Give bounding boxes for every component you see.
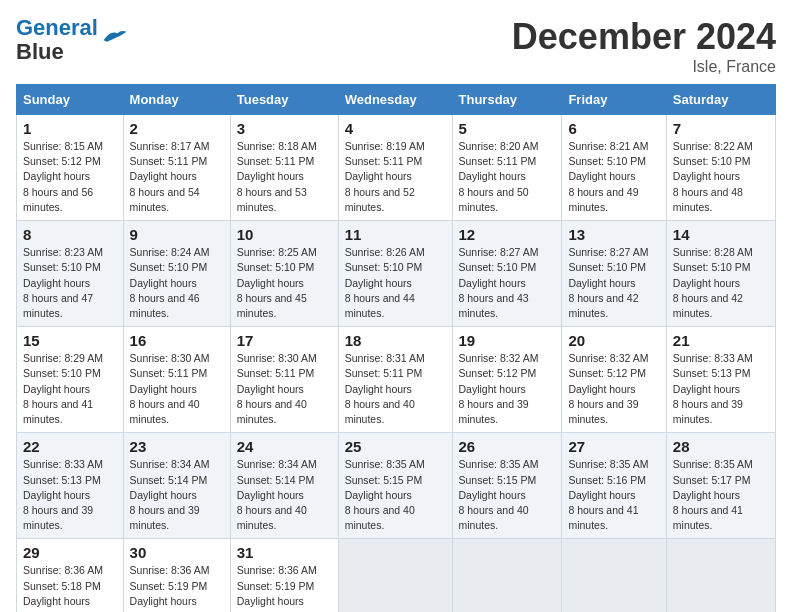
sunset-label: Sunset: bbox=[345, 155, 381, 167]
daylight-label: Daylight hours bbox=[568, 277, 635, 289]
calendar-cell: 25 Sunrise: 8:35 AM Sunset: 5:15 PM Dayl… bbox=[338, 433, 452, 539]
daylight-label: Daylight hours bbox=[568, 383, 635, 395]
sunset-label: Sunset: bbox=[130, 261, 166, 273]
day-info: Sunrise: 8:27 AM Sunset: 5:10 PM Dayligh… bbox=[568, 245, 659, 321]
sunrise-label: Sunrise: bbox=[237, 564, 276, 576]
sunrise-label: Sunrise: bbox=[130, 246, 169, 258]
day-number: 2 bbox=[130, 120, 224, 137]
daylight-duration: 8 hours and 39 minutes. bbox=[130, 504, 200, 531]
day-number: 5 bbox=[459, 120, 556, 137]
day-info: Sunrise: 8:33 AM Sunset: 5:13 PM Dayligh… bbox=[23, 457, 117, 533]
day-number: 22 bbox=[23, 438, 117, 455]
daylight-duration: 8 hours and 41 minutes. bbox=[23, 398, 93, 425]
daylight-duration: 8 hours and 40 minutes. bbox=[459, 504, 529, 531]
sunrise-label: Sunrise: bbox=[459, 140, 498, 152]
daylight-label: Daylight hours bbox=[23, 383, 90, 395]
sunset-label: Sunset: bbox=[459, 261, 495, 273]
sunrise-label: Sunrise: bbox=[673, 246, 712, 258]
sunrise-label: Sunrise: bbox=[237, 140, 276, 152]
week-row-3: 15 Sunrise: 8:29 AM Sunset: 5:10 PM Dayl… bbox=[17, 327, 776, 433]
daylight-label: Daylight hours bbox=[345, 277, 412, 289]
calendar-cell: 28 Sunrise: 8:35 AM Sunset: 5:17 PM Dayl… bbox=[666, 433, 775, 539]
day-number: 19 bbox=[459, 332, 556, 349]
sunrise-label: Sunrise: bbox=[23, 458, 62, 470]
day-number: 9 bbox=[130, 226, 224, 243]
calendar-cell: 3 Sunrise: 8:18 AM Sunset: 5:11 PM Dayli… bbox=[230, 115, 338, 221]
daylight-duration: 8 hours and 44 minutes. bbox=[345, 292, 415, 319]
daylight-duration: 8 hours and 46 minutes. bbox=[130, 292, 200, 319]
day-number: 12 bbox=[459, 226, 556, 243]
calendar-cell: 8 Sunrise: 8:23 AM Sunset: 5:10 PM Dayli… bbox=[17, 221, 124, 327]
daylight-duration: 8 hours and 40 minutes. bbox=[237, 504, 307, 531]
calendar-cell bbox=[666, 539, 775, 612]
sunrise-label: Sunrise: bbox=[130, 140, 169, 152]
calendar-cell: 23 Sunrise: 8:34 AM Sunset: 5:14 PM Dayl… bbox=[123, 433, 230, 539]
page-header: GeneralBlue December 2024 Isle, France bbox=[16, 16, 776, 76]
day-number: 18 bbox=[345, 332, 446, 349]
daylight-duration: 8 hours and 45 minutes. bbox=[237, 292, 307, 319]
column-header-wednesday: Wednesday bbox=[338, 85, 452, 115]
calendar-cell: 16 Sunrise: 8:30 AM Sunset: 5:11 PM Dayl… bbox=[123, 327, 230, 433]
day-number: 11 bbox=[345, 226, 446, 243]
daylight-label: Daylight hours bbox=[130, 383, 197, 395]
day-number: 8 bbox=[23, 226, 117, 243]
week-row-1: 1 Sunrise: 8:15 AM Sunset: 5:12 PM Dayli… bbox=[17, 115, 776, 221]
sunset-label: Sunset: bbox=[237, 261, 273, 273]
day-info: Sunrise: 8:27 AM Sunset: 5:10 PM Dayligh… bbox=[459, 245, 556, 321]
sunrise-label: Sunrise: bbox=[568, 246, 607, 258]
calendar-cell: 4 Sunrise: 8:19 AM Sunset: 5:11 PM Dayli… bbox=[338, 115, 452, 221]
sunrise-label: Sunrise: bbox=[568, 140, 607, 152]
daylight-duration: 8 hours and 40 minutes. bbox=[345, 504, 415, 531]
day-number: 17 bbox=[237, 332, 332, 349]
calendar-body: 1 Sunrise: 8:15 AM Sunset: 5:12 PM Dayli… bbox=[17, 115, 776, 613]
calendar-cell: 26 Sunrise: 8:35 AM Sunset: 5:15 PM Dayl… bbox=[452, 433, 562, 539]
day-info: Sunrise: 8:33 AM Sunset: 5:13 PM Dayligh… bbox=[673, 351, 769, 427]
sunset-label: Sunset: bbox=[345, 367, 381, 379]
sunset-label: Sunset: bbox=[345, 474, 381, 486]
sunrise-label: Sunrise: bbox=[459, 246, 498, 258]
logo-text: GeneralBlue bbox=[16, 16, 98, 64]
daylight-duration: 8 hours and 56 minutes. bbox=[23, 186, 93, 213]
day-info: Sunrise: 8:30 AM Sunset: 5:11 PM Dayligh… bbox=[130, 351, 224, 427]
calendar-cell: 6 Sunrise: 8:21 AM Sunset: 5:10 PM Dayli… bbox=[562, 115, 666, 221]
day-info: Sunrise: 8:31 AM Sunset: 5:11 PM Dayligh… bbox=[345, 351, 446, 427]
daylight-duration: 8 hours and 48 minutes. bbox=[673, 186, 743, 213]
week-row-5: 29 Sunrise: 8:36 AM Sunset: 5:18 PM Dayl… bbox=[17, 539, 776, 612]
sunset-label: Sunset: bbox=[237, 367, 273, 379]
sunset-label: Sunset: bbox=[568, 155, 604, 167]
calendar-header-row: SundayMondayTuesdayWednesdayThursdayFrid… bbox=[17, 85, 776, 115]
calendar-cell: 31 Sunrise: 8:36 AM Sunset: 5:19 PM Dayl… bbox=[230, 539, 338, 612]
daylight-label: Daylight hours bbox=[673, 170, 740, 182]
day-info: Sunrise: 8:21 AM Sunset: 5:10 PM Dayligh… bbox=[568, 139, 659, 215]
day-number: 13 bbox=[568, 226, 659, 243]
sunset-label: Sunset: bbox=[130, 580, 166, 592]
sunset-label: Sunset: bbox=[237, 580, 273, 592]
column-header-saturday: Saturday bbox=[666, 85, 775, 115]
sunset-label: Sunset: bbox=[237, 155, 273, 167]
day-info: Sunrise: 8:22 AM Sunset: 5:10 PM Dayligh… bbox=[673, 139, 769, 215]
day-info: Sunrise: 8:25 AM Sunset: 5:10 PM Dayligh… bbox=[237, 245, 332, 321]
title-block: December 2024 Isle, France bbox=[512, 16, 776, 76]
sunset-label: Sunset: bbox=[568, 261, 604, 273]
column-header-tuesday: Tuesday bbox=[230, 85, 338, 115]
day-info: Sunrise: 8:35 AM Sunset: 5:16 PM Dayligh… bbox=[568, 457, 659, 533]
calendar-cell: 9 Sunrise: 8:24 AM Sunset: 5:10 PM Dayli… bbox=[123, 221, 230, 327]
daylight-duration: 8 hours and 41 minutes. bbox=[568, 504, 638, 531]
sunrise-label: Sunrise: bbox=[23, 352, 62, 364]
day-info: Sunrise: 8:18 AM Sunset: 5:11 PM Dayligh… bbox=[237, 139, 332, 215]
day-number: 3 bbox=[237, 120, 332, 137]
sunset-label: Sunset: bbox=[23, 367, 59, 379]
sunset-label: Sunset: bbox=[130, 474, 166, 486]
logo-bird-icon bbox=[100, 26, 128, 44]
sunset-label: Sunset: bbox=[23, 474, 59, 486]
calendar-cell: 7 Sunrise: 8:22 AM Sunset: 5:10 PM Dayli… bbox=[666, 115, 775, 221]
calendar-cell: 1 Sunrise: 8:15 AM Sunset: 5:12 PM Dayli… bbox=[17, 115, 124, 221]
day-info: Sunrise: 8:19 AM Sunset: 5:11 PM Dayligh… bbox=[345, 139, 446, 215]
sunset-label: Sunset: bbox=[673, 155, 709, 167]
day-number: 14 bbox=[673, 226, 769, 243]
sunset-label: Sunset: bbox=[237, 474, 273, 486]
day-info: Sunrise: 8:36 AM Sunset: 5:19 PM Dayligh… bbox=[130, 563, 224, 612]
sunrise-label: Sunrise: bbox=[568, 352, 607, 364]
sunrise-label: Sunrise: bbox=[345, 140, 384, 152]
day-info: Sunrise: 8:28 AM Sunset: 5:10 PM Dayligh… bbox=[673, 245, 769, 321]
